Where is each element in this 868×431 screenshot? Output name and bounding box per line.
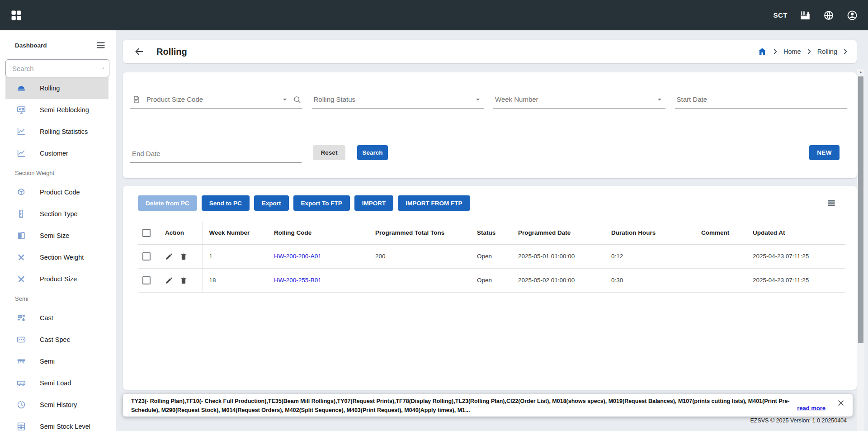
- new-button[interactable]: NEW: [809, 145, 840, 160]
- filter-card: Product Size Code Rolling Status Week Nu…: [123, 72, 857, 178]
- cell-updated-at: 2025-04-23 07:11:25: [746, 244, 845, 268]
- scrollbar-up-arrow[interactable]: ▲: [857, 70, 864, 74]
- edit-pencil-icon[interactable]: [165, 252, 173, 260]
- product-size-code-select[interactable]: Product Size Code: [130, 90, 302, 109]
- sidebar-item-label: Product Code: [40, 189, 80, 196]
- end-date-field[interactable]: [130, 145, 302, 163]
- delete-from-pc-button[interactable]: Delete from PC: [138, 195, 197, 211]
- page-title: Rolling: [156, 47, 187, 57]
- app-switcher-grid-icon[interactable]: [10, 9, 23, 22]
- cube-icon: [16, 187, 26, 197]
- chevron-right-icon: [772, 48, 779, 55]
- sidebar-item-cast[interactable]: Cast: [0, 307, 116, 329]
- caret-down-icon: [655, 95, 665, 104]
- ruler-icon: [16, 209, 26, 219]
- sidebar-group-section-weight: Section Weight: [0, 164, 116, 181]
- sidebar-title: Dashboard: [15, 42, 47, 49]
- cell-comment: [695, 244, 746, 268]
- reset-button[interactable]: Reset: [313, 145, 345, 160]
- export-button[interactable]: Export: [254, 195, 289, 211]
- sidebar-item-semi-stock-level[interactable]: Semi Stock Level: [0, 416, 116, 431]
- table-header-row: Action Week Number Rolling Code Programm…: [138, 222, 845, 244]
- sidebar-item-label: Rolling: [40, 85, 60, 92]
- row-checkbox[interactable]: [142, 252, 151, 260]
- col-comment: Comment: [695, 222, 746, 244]
- rolling-icon: [16, 83, 26, 93]
- footer-version-text: EZSVS © 2025 Version: 1.0.20250404: [750, 417, 847, 424]
- sidebar-item-semi[interactable]: Semi: [0, 350, 116, 372]
- sidebar-item-semi-load[interactable]: Semi Load: [0, 372, 116, 394]
- sidebar-item-label: Semi: [40, 358, 55, 365]
- main-content: Rolling Home Rolling Product Size Code R…: [116, 30, 868, 431]
- sidebar-item-semi-reblocking[interactable]: Semi Reblocking: [0, 99, 116, 121]
- delete-trash-icon[interactable]: [179, 252, 188, 260]
- sidebar-item-cast-spec[interactable]: Cast Spec: [0, 329, 116, 350]
- sidebar-item-semi-size[interactable]: Semi Size: [0, 225, 116, 246]
- spec-icon: [16, 335, 26, 345]
- back-arrow-icon[interactable]: [134, 46, 145, 57]
- rolling-status-select[interactable]: Rolling Status: [312, 90, 484, 109]
- sidebar-item-section-weight[interactable]: Section Weight: [0, 246, 116, 268]
- globe-icon[interactable]: [823, 9, 835, 21]
- columns-menu-icon[interactable]: [826, 197, 837, 209]
- select-all-checkbox[interactable]: [142, 229, 151, 237]
- table-row: 18 HW-200-255-B01 Open 2025-05-02 01:00:…: [138, 268, 845, 292]
- search-button[interactable]: Search: [357, 145, 388, 160]
- hamburger-icon[interactable]: [95, 40, 106, 51]
- sidebar-item-product-code[interactable]: Product Code: [0, 181, 116, 203]
- week-number-select[interactable]: Week Number: [493, 90, 665, 109]
- breadcrumb-rolling[interactable]: Rolling: [817, 48, 837, 55]
- table-row: 1 HW-200-200-A01 200 Open 2025-05-01 01:…: [138, 244, 845, 268]
- rolling-code-link[interactable]: HW-200-200-A01: [274, 253, 321, 260]
- sidebar-item-semi-history[interactable]: Semi History: [0, 394, 116, 416]
- cell-programmed-total-tons: [369, 268, 471, 292]
- import-button[interactable]: IMPORT: [354, 195, 394, 211]
- chart-icon: [16, 127, 26, 137]
- page-header-card: Rolling Home Rolling: [123, 40, 857, 63]
- delete-trash-icon[interactable]: [179, 276, 188, 284]
- sidebar-item-label: Section Weight: [40, 254, 84, 261]
- factory-icon[interactable]: [799, 9, 811, 21]
- read-more-link[interactable]: read more: [797, 405, 826, 412]
- import-from-ftp-button[interactable]: IMPORT FROM FTP: [398, 195, 470, 211]
- sidebar-menu: Rolling Semi Reblocking Rolling Statisti…: [0, 77, 116, 431]
- end-date-input[interactable]: [132, 150, 301, 157]
- cell-status: Open: [471, 244, 512, 268]
- tools-icon: [16, 252, 26, 262]
- cell-programmed-total-tons: 200: [369, 244, 471, 268]
- scrollbar-thumb[interactable]: [858, 76, 863, 343]
- cell-comment: [695, 268, 746, 292]
- cell-duration-hours: 0:30: [605, 268, 695, 292]
- caret-down-icon: [473, 95, 483, 104]
- search-icon: [292, 95, 302, 104]
- sidebar-item-product-size[interactable]: Product Size: [0, 268, 116, 290]
- home-icon[interactable]: [757, 47, 767, 57]
- sidebar-item-rolling-statistics[interactable]: Rolling Statistics: [0, 121, 116, 142]
- edit-pencil-icon[interactable]: [165, 276, 173, 284]
- start-date-input[interactable]: [677, 95, 846, 103]
- sidebar-item-section-type[interactable]: Section Type: [0, 203, 116, 225]
- close-icon[interactable]: [836, 398, 845, 407]
- breadcrumb-home[interactable]: Home: [783, 48, 801, 55]
- sidebar-item-customer[interactable]: Customer: [0, 142, 116, 164]
- search-input[interactable]: [12, 65, 102, 72]
- sidebar-search[interactable]: [5, 59, 109, 77]
- start-date-field[interactable]: [675, 90, 847, 109]
- cell-week-number: 18: [203, 268, 268, 292]
- rolling-code-link[interactable]: HW-200-255-B01: [274, 277, 321, 284]
- send-to-pc-button[interactable]: Send to PC: [202, 195, 250, 211]
- cell-programmed-date: 2025-05-02 01:00:00: [512, 268, 605, 292]
- sidebar-item-label: Semi History: [40, 401, 77, 408]
- sidebar-item-rolling[interactable]: Rolling: [0, 77, 116, 99]
- vertical-scrollbar[interactable]: ▲: [857, 69, 864, 431]
- truck-icon: [16, 378, 26, 388]
- sidebar-item-label: Semi Load: [40, 379, 71, 387]
- sidebar-item-label: Semi Stock Level: [40, 423, 90, 430]
- export-to-ftp-button[interactable]: Export To FTP: [293, 195, 350, 211]
- account-icon[interactable]: [846, 9, 858, 21]
- col-status: Status: [471, 222, 512, 244]
- rolling-table: Action Week Number Rolling Code Programm…: [138, 222, 845, 293]
- row-checkbox[interactable]: [142, 276, 151, 284]
- sidebar-item-label: Customer: [40, 150, 68, 157]
- sidebar-item-label: Section Type: [40, 210, 78, 218]
